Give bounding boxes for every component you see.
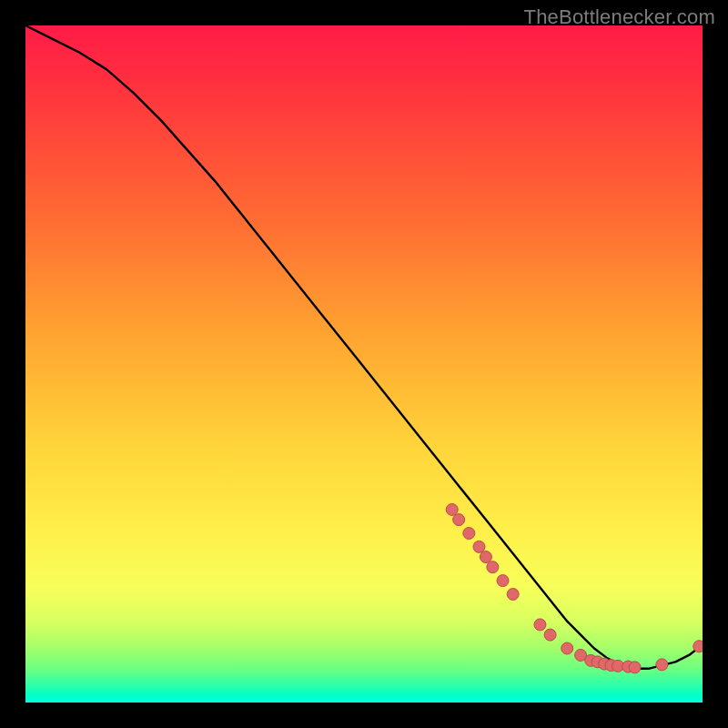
- plot-area: [25, 25, 703, 703]
- data-marker: [507, 588, 519, 600]
- bottleneck-curve: [25, 25, 703, 669]
- attribution-text: TheBottlenecker.com: [524, 5, 715, 29]
- data-marker: [544, 629, 556, 641]
- data-marker: [693, 641, 703, 652]
- data-marker: [480, 551, 491, 563]
- data-marker: [473, 541, 485, 552]
- data-marker: [534, 619, 546, 631]
- data-marker: [463, 528, 475, 540]
- curve-layer: [25, 25, 703, 703]
- data-marker: [453, 514, 465, 526]
- data-marker: [656, 659, 668, 671]
- chart-root: TheBottlenecker.com: [0, 0, 728, 728]
- data-marker: [446, 503, 458, 515]
- data-marker: [629, 662, 641, 673]
- data-marker: [497, 575, 509, 587]
- data-marker: [561, 642, 573, 654]
- data-marker: [487, 561, 499, 573]
- data-markers: [446, 503, 703, 672]
